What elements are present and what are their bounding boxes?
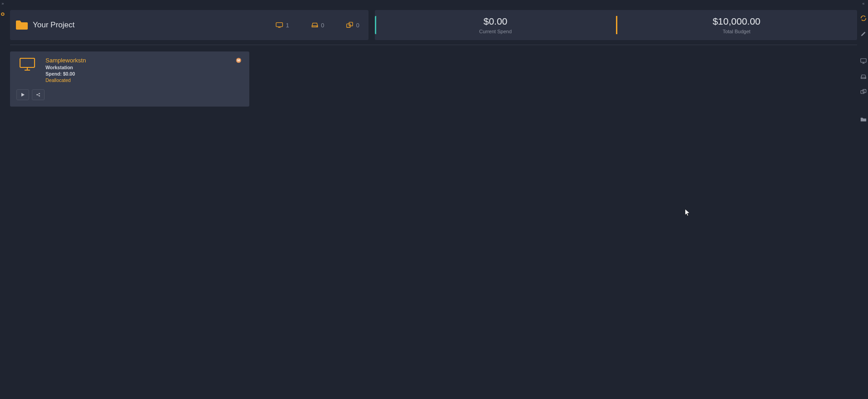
accent-bar-orange [616, 16, 617, 34]
svg-rect-4 [863, 89, 866, 92]
resource-name: Sampleworkstn [45, 57, 86, 64]
accent-bar-teal [375, 16, 376, 34]
svg-rect-3 [861, 91, 864, 94]
svg-rect-5 [276, 23, 283, 27]
folder-icon [15, 20, 28, 31]
settings-button[interactable] [32, 89, 45, 100]
status-dot-icon[interactable] [1, 12, 5, 16]
edit-icon[interactable] [860, 31, 867, 37]
stat-render-count: 0 [356, 22, 359, 29]
workstation-icon [20, 58, 35, 71]
spend-label: Current Spend [479, 29, 512, 34]
budget-amount: $10,000.00 [712, 16, 760, 27]
resource-card[interactable]: Sampleworkstn Workstation Spend: $0.00 D… [10, 51, 249, 107]
collapse-right-icon[interactable]: « [862, 2, 864, 6]
right-rail: « [859, 0, 868, 399]
stat-workstations-count: 1 [286, 22, 289, 29]
page-content: Your Project 1 0 0 $0.00 [10, 10, 857, 399]
start-button[interactable] [16, 89, 29, 100]
stat-render: 0 [346, 22, 359, 29]
play-icon [20, 92, 25, 97]
monitor-icon [276, 22, 283, 28]
refresh-icon[interactable] [860, 15, 867, 21]
stat-storage: 0 [311, 22, 324, 29]
svg-point-2 [865, 77, 865, 78]
storage-icon[interactable] [860, 73, 867, 80]
render-icon [346, 22, 353, 28]
resource-badge: M [236, 58, 241, 63]
share-icon [36, 92, 40, 97]
spend-amount: $0.00 [484, 16, 508, 27]
budget-panel: $0.00 Current Spend $10,000.00 Total Bud… [375, 10, 857, 40]
svg-rect-9 [20, 58, 35, 67]
current-spend: $0.00 Current Spend [375, 16, 616, 34]
stat-storage-count: 0 [321, 22, 324, 29]
svg-rect-1 [861, 59, 866, 62]
resource-spend: Spend: $0.00 [45, 71, 86, 77]
svg-point-11 [39, 93, 40, 94]
resource-status: Deallocated [45, 77, 86, 83]
resource-type: Workstation [45, 65, 86, 70]
project-stats: 1 0 0 [276, 22, 359, 29]
project-title: Your Project [33, 20, 75, 30]
svg-point-0 [1, 13, 4, 15]
svg-point-12 [39, 95, 40, 97]
expand-left-icon[interactable]: » [1, 2, 4, 6]
resources-area: Sampleworkstn Workstation Spend: $0.00 D… [10, 50, 857, 107]
project-panel: Your Project 1 0 0 [10, 10, 368, 40]
total-budget: $10,000.00 Total Budget [616, 16, 857, 34]
left-rail: » [0, 0, 5, 399]
svg-point-10 [36, 94, 38, 96]
render-icon[interactable] [860, 89, 867, 95]
stat-workstations: 1 [276, 22, 289, 29]
folder-icon[interactable] [860, 116, 867, 123]
storage-icon [311, 22, 318, 28]
svg-point-6 [316, 26, 317, 27]
monitor-icon[interactable] [860, 58, 867, 64]
divider [10, 45, 857, 45]
summary-bar: Your Project 1 0 0 $0.00 [10, 10, 857, 40]
budget-label: Total Budget [722, 29, 750, 34]
